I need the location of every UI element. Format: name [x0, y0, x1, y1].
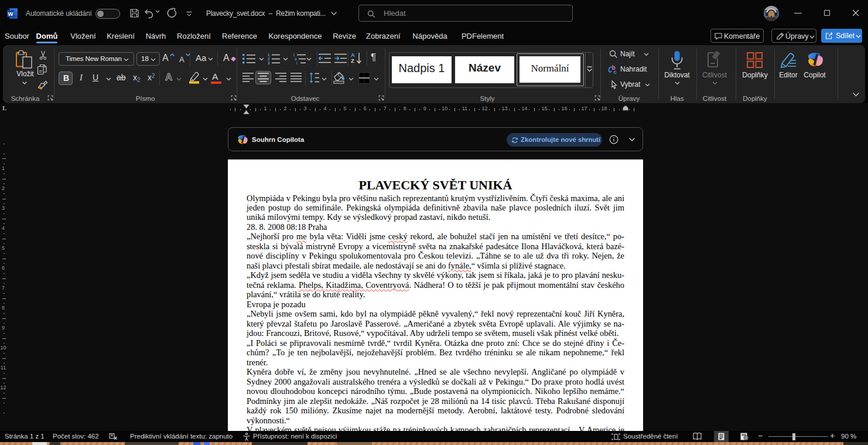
svg-text:2: 2 — [268, 57, 270, 61]
svg-text:1: 1 — [268, 53, 270, 57]
svg-text:i: i — [296, 61, 297, 64]
svg-text:3: 3 — [268, 61, 270, 64]
svg-text:W: W — [8, 11, 13, 17]
svg-text:1: 1 — [293, 53, 295, 57]
svg-text:c: c — [614, 69, 617, 75]
svg-text:a: a — [295, 57, 297, 61]
